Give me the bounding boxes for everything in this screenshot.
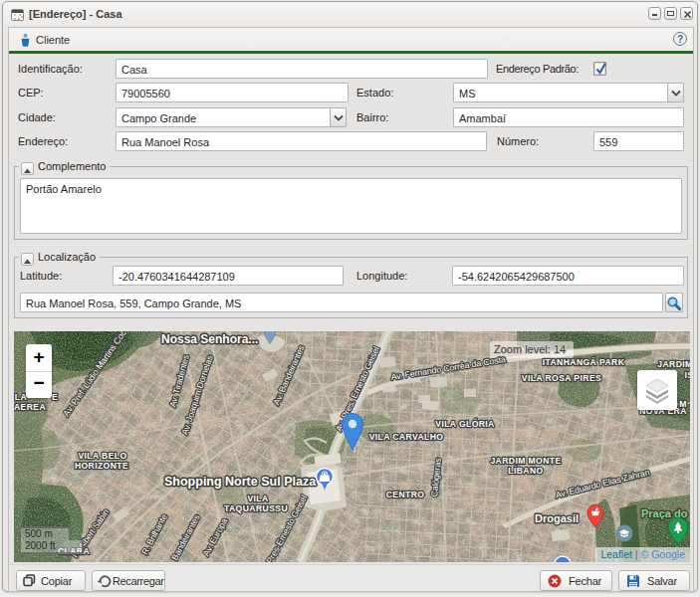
svg-text:LÍBANO: LÍBANO: [508, 466, 543, 476]
svg-text:Av. Tiradentes: Av. Tiradentes: [167, 353, 191, 408]
svg-text:VILA CARVALHO: VILA CARVALHO: [369, 432, 444, 442]
svg-text:ITANHANGÁ PARK: ITANHANGÁ PARK: [543, 357, 625, 367]
svg-text:JARDIM: JARDIM: [657, 359, 690, 369]
svg-text:E: E: [52, 392, 58, 402]
svg-text:Nossa Senhora...: Nossa Senhora...: [161, 332, 258, 346]
svg-text:M: M: [679, 399, 687, 409]
svg-text:VILA ROSA PIRES: VILA ROSA PIRES: [522, 373, 601, 383]
svg-text:Av. Pref. Lúdio Martins Coc: Av. Pref. Lúdio Martins Coc: [61, 331, 128, 418]
svg-text:Zoom level: 14: Zoom level: 14: [494, 343, 566, 355]
svg-text:JARDIM MONTE: JARDIM MONTE: [490, 456, 561, 466]
svg-text:Av. Fernando Corrêa da Costa: Av. Fernando Corrêa da Costa: [390, 354, 507, 382]
svg-text:AEREA: AEREA: [14, 402, 46, 412]
svg-text:IS: IS: [685, 370, 690, 380]
svg-text:R. Bandeirantes: R. Bandeirantes: [164, 512, 202, 562]
svg-text:VILA GLÓRIA: VILA GLÓRIA: [435, 418, 494, 429]
svg-text:Drogasil: Drogasil: [535, 512, 579, 524]
svg-text:Shopping Norte Sul Plaza: Shopping Norte Sul Plaza: [164, 475, 317, 489]
svg-text:HORIZONTE: HORIZONTE: [75, 461, 128, 471]
svg-text:Av. Bandeirantes: Av. Bandeirantes: [271, 343, 307, 407]
svg-text:Av. Eduardo Elias Zahran: Av. Eduardo Elias Zahran: [555, 467, 651, 499]
svg-text:TAQUARUSSU: TAQUARUSSU: [224, 503, 288, 513]
svg-text:Calógeras: Calógeras: [429, 457, 443, 498]
svg-text:VILA BELO: VILA BELO: [78, 451, 126, 461]
svg-text:CENTRO: CENTRO: [386, 490, 425, 499]
svg-text:R. Brilhante: R. Brilhante: [139, 512, 169, 556]
svg-text:VILA: VILA: [247, 494, 268, 503]
svg-text:Av. Europa: Av. Europa: [201, 516, 230, 558]
